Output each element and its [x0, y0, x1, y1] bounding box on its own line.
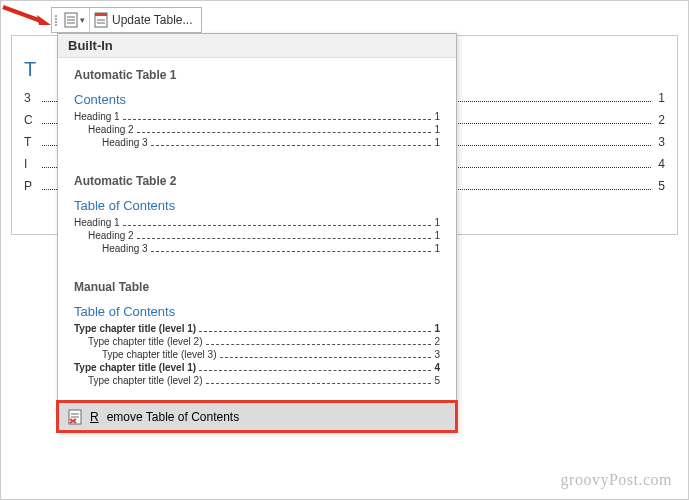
toc-preview-row: Heading 11 [74, 111, 440, 122]
gallery-item-title: Automatic Table 1 [74, 68, 440, 82]
leader-dots [206, 344, 432, 345]
gallery-section-header: Built-In [58, 34, 456, 58]
toc-caption: Contents [74, 92, 440, 107]
callout-arrow [1, 3, 51, 25]
toc-row-page: 1 [434, 323, 440, 334]
toc-preview-row: Heading 31 [74, 243, 440, 254]
toc-preview-row: Heading 31 [74, 137, 440, 148]
toc-row-page: 1 [434, 137, 440, 148]
toc-row-page: 1 [434, 217, 440, 228]
toc-preview-row: Type chapter title (level 2)2 [74, 336, 440, 347]
toc-preview-row: Heading 21 [74, 124, 440, 135]
toc-gallery-dropdown: Built-In Automatic Table 1 Contents Head… [57, 33, 457, 432]
toc-row-label: Heading 2 [88, 230, 134, 241]
doc-toc-row-page: 1 [655, 91, 665, 105]
doc-toc-row-page: 5 [655, 179, 665, 193]
toc-row-label: Type chapter title (level 3) [102, 349, 217, 360]
update-table-label: Update Table... [112, 13, 193, 27]
chevron-down-icon: ▾ [80, 15, 85, 25]
gallery-item-title: Automatic Table 2 [74, 174, 440, 188]
leader-dots [137, 238, 432, 239]
toc-row-label: Type chapter title (level 2) [88, 375, 203, 386]
toc-row-page: 2 [434, 336, 440, 347]
toc-row-page: 5 [434, 375, 440, 386]
doc-toc-row-page: 2 [655, 113, 665, 127]
toc-row-page: 1 [434, 111, 440, 122]
leader-dots [206, 383, 432, 384]
leader-dots [199, 331, 431, 332]
leader-dots [123, 225, 432, 226]
update-table-button[interactable]: Update Table... [90, 8, 201, 32]
gallery-item-manual-table[interactable]: Manual Table Table of Contents Type chap… [58, 270, 456, 402]
toc-preview-row: Heading 21 [74, 230, 440, 241]
remove-toc-menuitem[interactable]: Remove Table of Contents [58, 402, 456, 431]
doc-toc-row-prefix: C [24, 113, 38, 127]
leader-dots [123, 119, 432, 120]
doc-toc-row-prefix: I [24, 157, 38, 171]
remove-toc-label: emove Table of Contents [107, 410, 240, 424]
document-refresh-icon [94, 12, 108, 28]
leader-dots [199, 370, 431, 371]
toc-preview-row: Type chapter title (level 1)4 [74, 362, 440, 373]
toc-row-page: 1 [434, 124, 440, 135]
toc-row-label: Type chapter title (level 1) [74, 362, 196, 373]
doc-toc-row-page: 3 [655, 135, 665, 149]
toc-row-page: 1 [434, 230, 440, 241]
toc-preview-row: Type chapter title (level 3)3 [74, 349, 440, 360]
toc-row-label: Heading 1 [74, 217, 120, 228]
doc-toc-row-prefix: 3 [24, 91, 38, 105]
toc-row-page: 4 [434, 362, 440, 373]
toolbar-grip[interactable] [52, 8, 60, 32]
toc-row-label: Heading 1 [74, 111, 120, 122]
toc-row-label: Heading 3 [102, 137, 148, 148]
gallery-item-title: Manual Table [74, 280, 440, 294]
toc-row-label: Type chapter title (level 2) [88, 336, 203, 347]
toc-row-label: Heading 3 [102, 243, 148, 254]
doc-toc-row-prefix: P [24, 179, 38, 193]
watermark: groovyPost.com [561, 471, 672, 489]
svg-marker-1 [37, 15, 51, 25]
gallery-item-auto-table-1[interactable]: Automatic Table 1 Contents Heading 11Hea… [58, 58, 456, 164]
gallery-item-auto-table-2[interactable]: Automatic Table 2 Table of Contents Head… [58, 164, 456, 270]
leader-dots [137, 132, 432, 133]
toc-row-page: 1 [434, 243, 440, 254]
svg-line-0 [3, 7, 41, 21]
doc-toc-row-page: 4 [655, 157, 665, 171]
toc-row-page: 3 [434, 349, 440, 360]
toc-toolbar: ▾ Update Table... [51, 7, 202, 33]
document-icon [64, 12, 78, 28]
document-remove-icon [68, 409, 82, 425]
remove-toc-label-initial: R [90, 410, 99, 424]
toc-preview-row: Heading 11 [74, 217, 440, 228]
toc-caption: Table of Contents [74, 304, 440, 319]
svg-rect-7 [95, 13, 107, 16]
toc-caption: Table of Contents [74, 198, 440, 213]
leader-dots [151, 251, 432, 252]
toc-preview-row: Type chapter title (level 2)5 [74, 375, 440, 386]
leader-dots [220, 357, 432, 358]
leader-dots [151, 145, 432, 146]
toc-gallery-button[interactable]: ▾ [60, 8, 90, 32]
doc-toc-row-prefix: T [24, 135, 38, 149]
toc-row-label: Heading 2 [88, 124, 134, 135]
toc-row-label: Type chapter title (level 1) [74, 323, 196, 334]
toc-preview-row: Type chapter title (level 1)1 [74, 323, 440, 334]
